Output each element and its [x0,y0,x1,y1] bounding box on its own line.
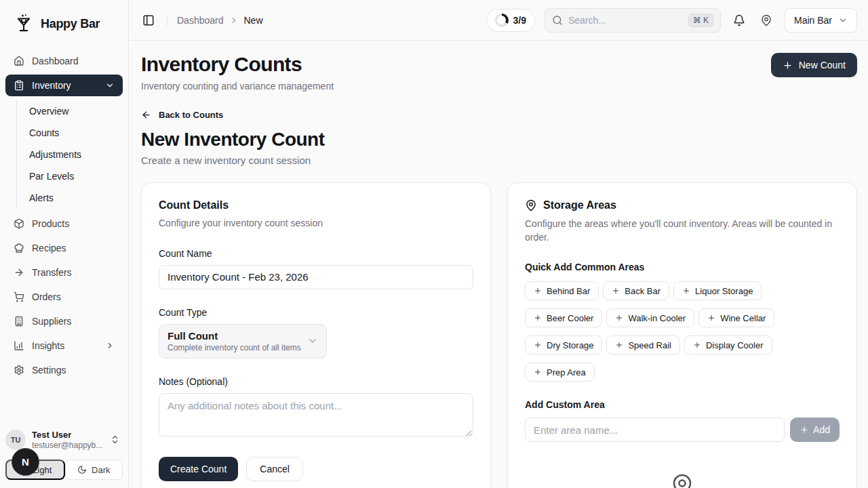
sidebar-item-label: Inventory [32,80,98,91]
count-name-input[interactable] [159,265,473,289]
moon-icon [77,465,87,474]
quick-add-area-chip[interactable]: Back Bar [603,281,669,300]
plus-icon [693,341,701,349]
sidebar-item-label: Settings [32,365,115,375]
empty-state-map-pin-icon [670,473,694,488]
sidebar-nav: Dashboard Inventory Overview Counts Adju… [0,50,128,381]
count-details-title: Count Details [159,199,473,211]
count-type-label: Count Type [159,307,473,318]
storage-areas-card: Storage Areas Configure the areas where … [507,182,857,488]
quick-add-area-chip[interactable]: Wine Cellar [698,308,774,327]
storage-title-row: Storage Areas [525,199,840,211]
page-subtitle: Inventory counting and variance manageme… [141,81,334,92]
sidebar-item-insights[interactable]: Insights [5,335,123,357]
area-chip-label: Back Bar [625,286,660,296]
sidebar-item-label: Suppliers [32,316,115,327]
quick-add-chips: Behind Bar Back Bar [525,281,840,382]
sidebar-item-recipes[interactable]: Recipes [5,237,123,259]
create-count-label: Create Count [170,464,226,474]
breadcrumb-current: New [244,15,263,26]
area-chip-label: Speed Rail [628,340,671,350]
sidebar-item-transfers[interactable]: Transfers [5,262,123,283]
breadcrumb: Dashboard New [177,15,263,26]
sidebar-item-counts[interactable]: Counts [17,122,123,144]
search-shortcut-badge: ⌘ K [688,14,713,27]
arrow-right-icon [14,267,24,278]
area-chip-label: Walk-in Cooler [628,313,686,323]
dev-indicator-badge[interactable]: N [12,448,39,476]
breadcrumb-dashboard[interactable]: Dashboard [177,15,224,26]
user-meta: Test User testuser@happyb... [32,430,104,450]
topbar-right: 3/9 Search... ⌘ K [486,8,858,33]
plus-icon [534,368,542,376]
storage-areas-description: Configure the areas where you'll count i… [525,217,840,245]
location-selector[interactable]: Main Bar [785,8,857,33]
storage-areas-title: Storage Areas [543,199,616,211]
search-input[interactable]: Search... ⌘ K [545,8,721,33]
count-type-texts: Full Count Complete inventory count of a… [167,330,307,352]
plus-icon [615,341,623,349]
sidebar-item-settings[interactable]: Settings [5,359,123,381]
search-icon [552,15,563,26]
sidebar-item-orders[interactable]: Orders [5,286,123,308]
location-pin-button[interactable] [757,12,775,29]
sidebar-item-overview[interactable]: Overview [17,100,123,122]
sidebar-item-par-levels[interactable]: Par Levels [17,165,123,187]
custom-area-row: Add [525,418,840,442]
quick-add-area-chip[interactable]: Beer Cooler [525,308,602,327]
quick-add-area-chip[interactable]: Liquor Storage [673,281,762,300]
area-chip-label: Beer Cooler [547,313,593,323]
quick-add-area-chip[interactable]: Speed Rail [606,336,680,354]
brand-header[interactable]: Happy Bar [0,0,128,50]
divider [167,15,167,26]
bell-icon [733,14,745,26]
custom-area-input[interactable] [525,418,785,442]
plus-icon [783,60,793,70]
theme-dark-button[interactable]: Dark [65,460,123,480]
new-count-label: New Count [799,60,846,70]
quick-add-area-chip[interactable]: Dry Storage [525,336,602,354]
create-count-button[interactable]: Create Count [159,457,238,481]
plus-icon [800,425,809,434]
chef-hat-icon [14,243,24,253]
count-type-select[interactable]: Full Count Complete inventory count of a… [159,324,327,359]
setup-progress-pill[interactable]: 3/9 [486,9,535,32]
plus-icon [707,314,715,322]
package-icon [14,218,24,229]
sidebar-item-label: Recipes [32,243,115,253]
cancel-button[interactable]: Cancel [246,457,303,481]
progress-ring [495,14,509,27]
quick-add-area-chip[interactable]: Behind Bar [525,281,599,300]
sidebar-toggle-button[interactable] [140,12,157,29]
notes-label: Notes (Optional) [159,376,473,387]
user-email: testuser@happyb... [32,441,104,450]
form-cards: Count Details Configure your inventory c… [141,182,857,488]
quick-add-area-chip[interactable]: Display Cooler [684,336,772,354]
sidebar-item-inventory[interactable]: Inventory [5,75,123,96]
count-type-value: Full Count [167,330,307,342]
notes-textarea[interactable] [159,393,473,436]
sidebar-item-products[interactable]: Products [5,213,123,235]
new-count-button[interactable]: New Count [771,53,857,77]
back-to-counts-link[interactable]: Back to Counts [141,110,223,120]
sidebar-item-dashboard[interactable]: Dashboard [5,50,123,72]
home-icon [14,56,24,66]
area-chip-label: Behind Bar [547,286,590,296]
quick-add-area-chip[interactable]: Prep Area [525,363,595,382]
location-label: Main Bar [794,15,832,26]
chevrons-up-down-icon [110,434,120,445]
sidebar-item-label: Insights [32,340,98,351]
notifications-button[interactable] [730,12,748,29]
sidebar-item-suppliers[interactable]: Suppliers [5,310,123,332]
add-area-button[interactable]: Add [790,418,840,442]
sidebar-item-alerts[interactable]: Alerts [17,187,123,209]
count-type-description: Complete inventory count of all items [167,343,307,352]
sidebar-item-label: Transfers [32,267,115,278]
back-link-label: Back to Counts [159,110,223,120]
topbar: Dashboard New 3/9 Search... ⌘ K [129,0,868,41]
cancel-label: Cancel [260,464,290,474]
count-details-description: Configure your inventory count session [159,216,473,230]
sidebar-item-adjustments[interactable]: Adjustments [17,144,123,165]
plus-icon [534,341,542,349]
quick-add-area-chip[interactable]: Walk-in Cooler [606,308,694,327]
